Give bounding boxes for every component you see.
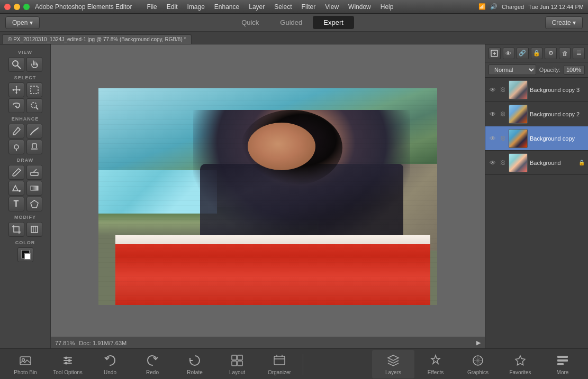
hand-tool[interactable] (26, 57, 42, 72)
menu-file[interactable]: File (142, 2, 161, 12)
toolbar-row: Open ▾ Quick Guided Expert Create ▾ (0, 14, 588, 32)
opacity-label: Opacity: (539, 67, 560, 73)
modify-section-label: MODIFY (2, 215, 48, 220)
canvas-image[interactable] (98, 88, 437, 305)
opacity-input[interactable] (564, 65, 585, 75)
layers-panel-button[interactable]: Layers (372, 350, 414, 378)
foreground-color[interactable] (17, 247, 33, 262)
layer-item[interactable]: 👁 ⛓ Background copy 3 (485, 78, 588, 102)
brush-tool[interactable] (8, 165, 24, 180)
close-button[interactable] (4, 4, 11, 10)
menu-edit[interactable]: Edit (162, 2, 182, 12)
layers-icon (386, 353, 401, 368)
minimize-button[interactable] (14, 4, 20, 10)
layer-link-icon: ⛓ (499, 135, 506, 141)
blend-mode-select[interactable]: Normal Multiply Screen Overlay (489, 64, 536, 75)
canvas-area[interactable]: 77.81% Doc: 1.91M/7.63M ▶ (51, 44, 485, 348)
tab-guided[interactable]: Guided (269, 16, 313, 29)
canvas-wrapper (98, 88, 437, 305)
document-tab[interactable]: © PX_20120310_1324J_edited-1.jpg @ 77.8%… (2, 34, 192, 44)
layer-lock-icon: 🔒 (578, 160, 585, 165)
menu-bar: File Edit Image Enhance Layer Select Fil… (142, 2, 478, 12)
create-button[interactable]: Create ▾ (545, 16, 583, 29)
photo-bin-button[interactable]: Photo Bin (4, 350, 47, 378)
panel-settings-button[interactable]: ⚙ (545, 48, 557, 59)
layout-button[interactable]: Layout (216, 350, 258, 378)
panel-menu-button[interactable]: ☰ (573, 48, 585, 59)
zoom-tool[interactable] (8, 57, 24, 72)
rotate-icon (187, 353, 202, 368)
layer-visibility-toggle[interactable]: 👁 (489, 135, 497, 142)
svg-rect-4 (31, 86, 38, 94)
layers-label: Layers (385, 369, 401, 375)
menu-image[interactable]: Image (183, 2, 209, 12)
svg-point-6 (14, 145, 19, 149)
link-layers-button[interactable]: 🔗 (517, 48, 529, 59)
layer-link-icon: ⛓ (499, 111, 506, 117)
paint-bucket-tool[interactable] (8, 181, 24, 196)
undo-button[interactable]: Undo (89, 350, 131, 378)
menu-filter[interactable]: Filter (297, 2, 320, 12)
layer-item-active[interactable]: 👁 ⛓ Background copy (485, 126, 588, 151)
layer-link-icon: ⛓ (499, 87, 506, 93)
dodge-tool[interactable] (8, 140, 24, 154)
view-section-label: VIEW (2, 50, 48, 55)
menu-select[interactable]: Select (270, 2, 296, 12)
title-bar: Adobe Photoshop Elements Editor File Edi… (0, 0, 588, 14)
smudge-tool[interactable] (26, 124, 42, 138)
menu-window[interactable]: Window (344, 2, 375, 12)
maximize-button[interactable] (23, 4, 30, 10)
effects-panel-button[interactable]: Effects (414, 350, 457, 378)
layer-thumbnail (509, 80, 528, 99)
recompose-tool[interactable] (26, 222, 42, 237)
rotate-label: Rotate (187, 369, 202, 375)
open-button[interactable]: Open ▾ (5, 16, 40, 29)
panel-toolbar: 👁 🔗 🔒 ⚙ 🗑 ☰ (485, 44, 588, 62)
menu-help[interactable]: Help (376, 2, 398, 12)
organizer-button[interactable]: Organizer (258, 350, 301, 378)
eye-icon[interactable]: 👁 (503, 48, 515, 59)
crop-tool[interactable] (8, 222, 24, 237)
layer-visibility-toggle[interactable]: 👁 (489, 159, 497, 167)
text-tool[interactable]: T (8, 197, 24, 211)
tool-options-button[interactable]: Tool Options (47, 350, 89, 378)
redo-button[interactable]: Redo (131, 350, 174, 378)
svg-rect-30 (557, 356, 568, 358)
graphics-label: Graphics (467, 369, 489, 375)
tab-quick[interactable]: Quick (231, 16, 269, 29)
layer-link-icon: ⛓ (499, 160, 506, 165)
favorites-panel-button[interactable]: Favorites (499, 350, 541, 378)
layer-item[interactable]: 👁 ⛓ Background 🔒 (485, 151, 588, 175)
delete-layer-button[interactable]: 🗑 (559, 48, 571, 59)
svg-point-0 (13, 61, 18, 66)
svg-rect-14 (31, 226, 38, 233)
svg-point-22 (65, 362, 68, 364)
move-tool[interactable] (8, 82, 24, 97)
custom-shape-tool[interactable] (26, 197, 42, 211)
lock-button[interactable]: 🔒 (531, 48, 543, 59)
layer-thumbnail (509, 105, 528, 124)
photo-bin-icon (18, 353, 33, 368)
menu-layer[interactable]: Layer (245, 2, 269, 12)
menu-enhance[interactable]: Enhance (210, 2, 243, 12)
lasso-tool[interactable] (8, 98, 24, 113)
svg-line-11 (33, 169, 37, 172)
quick-selection-tool[interactable] (26, 98, 42, 113)
clone-stamp-tool[interactable] (26, 140, 42, 154)
rotate-button[interactable]: Rotate (174, 350, 216, 378)
more-panel-button[interactable]: More (541, 350, 584, 378)
eyedropper-tool[interactable] (8, 124, 24, 138)
zoom-level: 77.81% (55, 340, 75, 346)
layer-visibility-toggle[interactable]: 👁 (489, 110, 497, 118)
tab-expert[interactable]: Expert (313, 16, 354, 29)
layer-item[interactable]: 👁 ⛓ Background copy 2 (485, 102, 588, 126)
layer-visibility-toggle[interactable]: 👁 (489, 86, 497, 94)
new-layer-button[interactable] (489, 48, 501, 59)
gradient-tool[interactable] (26, 181, 42, 196)
graphics-panel-button[interactable]: Graphics (457, 350, 499, 378)
eraser-tool[interactable] (26, 165, 42, 180)
menu-view[interactable]: View (321, 2, 343, 12)
more-label: More (557, 369, 569, 375)
bottom-toolbar: Photo Bin Tool Options Undo Redo Rotate … (0, 348, 588, 379)
marquee-tool[interactable] (26, 82, 42, 97)
